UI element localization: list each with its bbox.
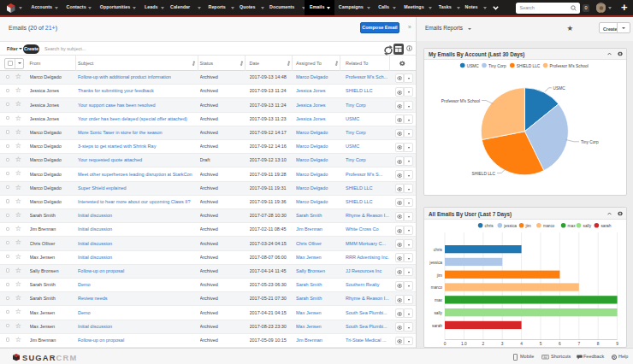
svg-text:SUGARCRM: SUGARCRM (22, 354, 77, 362)
